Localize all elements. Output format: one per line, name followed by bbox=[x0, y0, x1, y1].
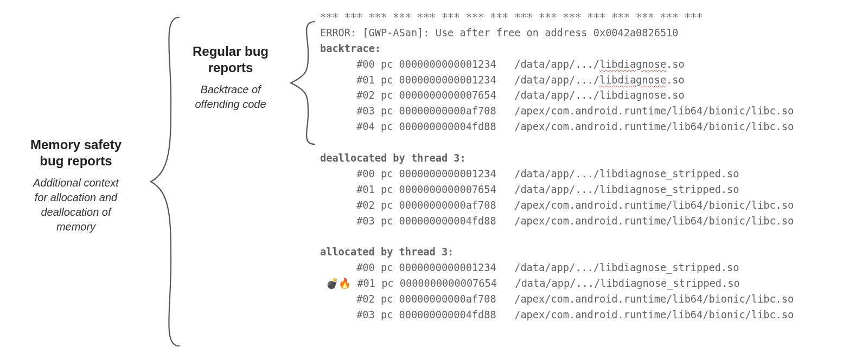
annotation-title: reports bbox=[179, 60, 282, 76]
annotation-sub: memory bbox=[11, 220, 141, 234]
log-line: #01 pc 0000000000007654 /data/app/.../li… bbox=[320, 182, 868, 198]
annotation-sub: deallocation of bbox=[11, 205, 141, 220]
log-line: #03 pc 000000000004fd88 /apex/com.androi… bbox=[320, 214, 868, 229]
log-line: deallocated by thread 3: bbox=[320, 151, 868, 166]
brace-inner bbox=[286, 21, 319, 145]
log-line: #01 pc 0000000000001234 /data/app/.../li… bbox=[320, 73, 868, 88]
annotation-sub: Backtrace of bbox=[179, 82, 282, 97]
annotation-sub: for allocation and bbox=[11, 190, 141, 205]
log-line: #00 pc 0000000000001234 /data/app/.../li… bbox=[320, 260, 868, 276]
annotation-title: bug reports bbox=[11, 153, 141, 169]
log-line: #00 pc 0000000000001234 /data/app/.../li… bbox=[320, 166, 868, 182]
log-line bbox=[320, 135, 868, 151]
annotation-title: Memory safety bbox=[11, 137, 141, 153]
log-line: #02 pc 0000000000007654 /data/app/.../li… bbox=[320, 88, 868, 104]
log-line: #03 pc 000000000004fd88 /apex/com.androi… bbox=[320, 307, 868, 323]
log-line: #04 pc 000000000004fd88 /apex/com.androi… bbox=[320, 119, 868, 135]
log-line: #00 pc 0000000000001234 /data/app/.../li… bbox=[320, 57, 868, 73]
log-line: allocated by thread 3: bbox=[320, 245, 868, 260]
annotation-regular-bug: Regular bug reports Backtrace of offendi… bbox=[179, 43, 282, 112]
annotation-memory-safety: Memory safety bug reports Additional con… bbox=[11, 137, 141, 234]
log-line: #02 pc 00000000000af708 /apex/com.androi… bbox=[320, 292, 868, 307]
log-output: *** *** *** *** *** *** *** *** *** *** … bbox=[320, 10, 868, 323]
log-line: #03 pc 00000000000af708 /apex/com.androi… bbox=[320, 104, 868, 119]
bomb-fire-icon: 💣🔥 bbox=[326, 278, 351, 290]
log-line: ERROR: [GWP-ASan]: Use after free on add… bbox=[320, 25, 868, 41]
annotation-sub: Additional context bbox=[11, 176, 141, 190]
annotation-title: Regular bug bbox=[179, 43, 282, 60]
annotation-sub: offending code bbox=[179, 97, 282, 112]
log-line: backtrace: bbox=[320, 41, 868, 57]
log-line: 💣🔥 #01 pc 0000000000007654 /data/app/...… bbox=[320, 276, 868, 292]
diagram: Memory safety bug reports Additional con… bbox=[0, 0, 868, 353]
log-line: #02 pc 00000000000af708 /apex/com.androi… bbox=[320, 198, 868, 214]
log-line: *** *** *** *** *** *** *** *** *** *** … bbox=[320, 10, 868, 25]
log-line bbox=[320, 229, 868, 245]
